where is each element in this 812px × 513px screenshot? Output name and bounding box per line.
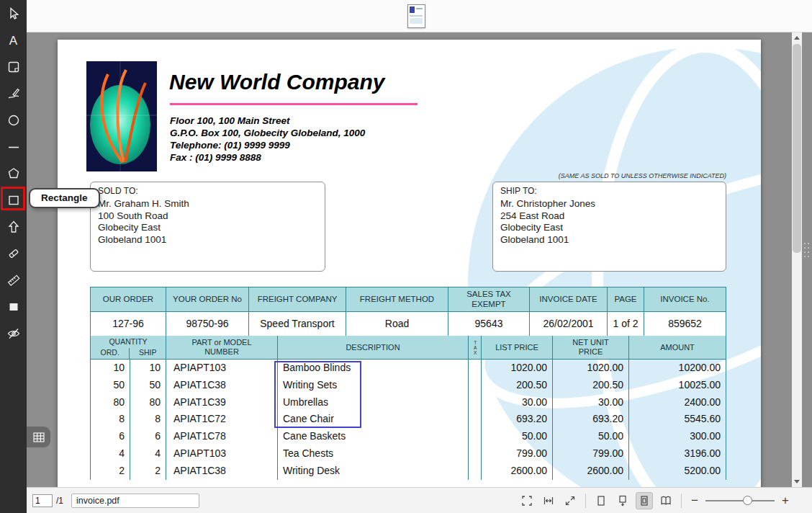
item-cell: 6 [130,428,166,445]
polygon-tool[interactable] [3,163,24,184]
item-cell: 4 [91,445,130,463]
quantity-header-group: QUANTITY ORD. SHIP [91,336,166,359]
zoom-out-button[interactable]: − [688,494,701,507]
pointer-icon [6,6,21,21]
item-cell [469,445,482,463]
order-header-cell: SALES TAX EXEMPT [448,287,530,311]
zoom-slider-knob[interactable] [743,496,752,505]
bottom-toolbar: /1 [27,487,812,513]
sold-to-line: 100 South Road [98,210,317,223]
scrolling-view-button[interactable] [614,492,631,509]
line-tool[interactable] [3,136,24,158]
arrow-tool[interactable] [3,216,24,238]
polygon-icon [6,166,21,181]
book-view-button[interactable] [657,492,675,509]
order-value-cell: 1 of 2 [608,312,644,336]
ellipse-icon [6,113,21,128]
order-header-cell: OUR ORDER [91,287,166,311]
page-number-input[interactable] [32,494,53,507]
company-name: New World Company [169,70,384,94]
zoom-in-button[interactable]: + [779,494,792,507]
item-cell: 300.00 [629,428,726,445]
draw-tool[interactable] [3,83,24,104]
measure-tool[interactable] [3,269,24,291]
company-address: Floor 100, 100 Main Street G.P.O. Box 10… [170,115,365,164]
page-fit-view-button[interactable] [636,492,653,509]
hide-annotations-tool[interactable] [3,323,24,344]
table-row: 44APIAPT103Tea Chests799.00799.003196.00 [91,445,726,463]
item-cell: 80 [91,394,130,411]
vertical-scrollbar[interactable] [792,32,802,487]
scroll-up-button[interactable] [792,32,802,43]
pdf-page: New World Company Floor 100, 100 Main St… [58,40,761,487]
address-line: Telephone: (01) 9999 9999 [170,139,365,151]
fit-page-button[interactable] [518,492,536,509]
ship-to-line: Mr. Christopher Jones [500,198,718,210]
scrollbar-thumb[interactable] [793,44,801,253]
item-cell: Tea Chests [278,445,469,463]
grid-tool-button[interactable] [27,427,50,447]
tax-header: TAX [469,336,482,359]
document-area: New World Company Floor 100, 100 Main St… [27,32,812,487]
net-unit-price-header: NET UNIT PRICE [553,336,629,359]
items-header-row: QUANTITY ORD. SHIP PART or MODEL NUMBER … [91,336,726,360]
item-cell [469,394,482,411]
actual-size-button[interactable] [561,492,579,509]
filename-input[interactable] [71,494,199,508]
ellipse-tool[interactable] [3,110,24,131]
select-tool[interactable] [3,3,24,24]
zoom-slider-track[interactable] [705,500,775,501]
list-price-header: LIST PRICE [482,336,553,359]
single-page-view-button[interactable] [592,492,610,509]
table-row: 66APIAT1C78Cane Baskets50.0050.00300.00 [91,428,726,445]
item-cell: 200.50 [553,377,629,394]
item-cell: Writing Desk [278,463,469,480]
item-cell: 799.00 [482,445,553,463]
fit-width-button[interactable] [540,492,557,509]
order-value-cell: Speed Transport [249,312,346,336]
expand-icon [564,495,576,507]
fill-rectangle-tool[interactable] [3,296,24,318]
address-line: Fax : (01) 9999 8888 [170,151,365,164]
zoom-slider[interactable] [705,492,775,509]
description-header: DESCRIPTION [278,336,469,359]
page-scroll-icon [617,495,628,507]
toolbar-separator [681,494,682,508]
ship-to-note: (SAME AS SOLD TO UNLESS OTHERWISE INDICA… [492,172,726,179]
active-tool-highlight [1,187,25,210]
ship-to-line: Globeland 1001 [500,234,718,246]
item-cell: 30.00 [482,394,553,411]
pen-icon [6,86,21,101]
table-row: 5050APIAT1C38Writing Sets200.50200.50100… [91,377,726,394]
note-icon [6,60,21,74]
item-cell: 200.50 [482,377,553,394]
order-header-cell: FREIGHT METHOD [346,287,448,311]
item-cell: 50.00 [553,428,629,445]
toolbar-separator [585,494,586,508]
panel-resize-grip[interactable] [804,243,810,259]
page-thumbnail[interactable] [407,4,425,28]
order-value-cell: 859652 [644,312,726,336]
order-value-cell: Road [346,312,448,336]
item-cell [469,360,482,377]
table-row: 8080APIAT1C39Umbrellas30.0030.002400.00 [91,394,726,411]
order-header-cell: INVOICE No. [644,287,726,311]
book-icon [659,495,672,507]
item-cell: APIAT1C39 [166,394,278,411]
item-cell: 2 [130,463,166,480]
item-cell: APIAPT103 [166,360,278,377]
rectangle-annotation[interactable] [274,361,361,428]
app-window: A [0,0,812,513]
item-cell [469,411,482,428]
item-cell: 80 [130,394,166,411]
text-tool[interactable]: A [3,30,24,51]
eraser-tool[interactable] [3,243,24,264]
order-header-cell: FREIGHT COMPANY [249,287,346,311]
triangle-up-icon [794,36,800,40]
item-cell: APIAT1C72 [166,411,278,428]
item-cell: 5200.00 [629,463,726,480]
thumbnail-line [416,8,423,9]
triangle-down-icon [794,480,800,483]
note-tool[interactable] [3,56,24,78]
scroll-down-button[interactable] [792,476,802,487]
